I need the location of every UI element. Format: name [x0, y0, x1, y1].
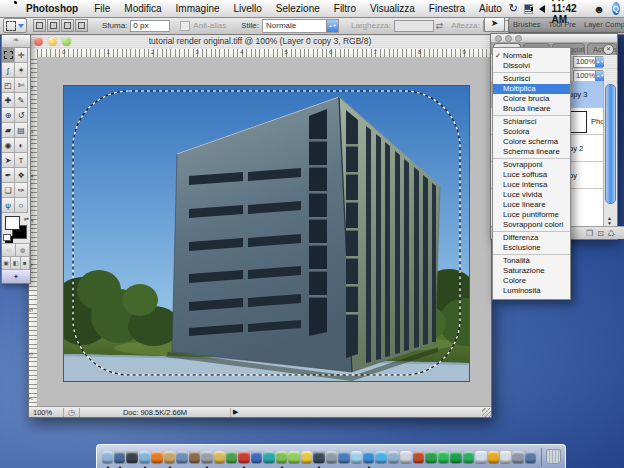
tool-history-brush[interactable]: ↺ [15, 108, 28, 123]
tool-clone-stamp[interactable]: ⊕ [2, 108, 15, 123]
dock-icon[interactable] [102, 451, 113, 463]
menu-modifica[interactable]: Modifica [117, 3, 168, 14]
zoom-level-field[interactable]: 100% [29, 408, 64, 417]
blend-mode-normale[interactable]: ✓Normale [493, 51, 570, 61]
foreground-color-swatch[interactable] [5, 216, 20, 230]
blend-mode-dissolvi[interactable]: Dissolvi [493, 61, 570, 71]
blend-mode-tonalità[interactable]: Tonalità [493, 256, 570, 266]
standard-screen-button[interactable]: ▣ [2, 257, 11, 270]
blend-mode-colore-brucia[interactable]: Colore brucia [493, 94, 570, 104]
dock-icon[interactable] [413, 451, 424, 463]
tool-rectangular-marquee[interactable] [2, 48, 15, 63]
doc-size-readout[interactable]: Doc: 908.5K/2.66M [79, 408, 231, 417]
tool-gradient[interactable]: ▤ [15, 123, 28, 138]
dock-icon[interactable] [388, 451, 399, 463]
blend-mode-colore-scherma[interactable]: Colore scherma [493, 137, 570, 147]
jump-to-imageready-button[interactable]: ✦ [2, 270, 30, 283]
dock-icon[interactable] [238, 451, 249, 463]
dock-icon[interactable] [363, 451, 374, 463]
tool-type[interactable]: T [15, 153, 28, 168]
menu-file[interactable]: File [87, 3, 117, 14]
palette-close-icon[interactable]: ✕ [603, 44, 614, 55]
fullscreen-button[interactable]: ■ [21, 257, 30, 270]
status-menu-arrow-icon[interactable]: ▶ [233, 408, 238, 416]
tool-eyedropper[interactable]: ✑ [15, 183, 28, 198]
blend-mode-luce-vivida[interactable]: Luce vivida [493, 190, 570, 200]
feather-input[interactable]: 0 px [130, 20, 170, 32]
help-sphere-icon[interactable]: Q [612, 2, 620, 15]
swap-dimensions-icon[interactable]: ⇄ [436, 21, 444, 31]
tool-path-selection[interactable]: ➤ [2, 153, 15, 168]
dock-icon[interactable] [301, 451, 312, 463]
dock-icon[interactable] [512, 451, 523, 463]
dock-icon[interactable] [276, 451, 287, 463]
tool-notes[interactable]: ❏ [2, 183, 15, 198]
blend-mode-scolora[interactable]: Scolora [493, 127, 570, 137]
new-selection-button[interactable] [33, 19, 46, 32]
dock-icon[interactable] [126, 451, 137, 463]
dock-icon[interactable] [463, 451, 474, 463]
blend-mode-luce-soffusa[interactable]: Luce soffusa [493, 170, 570, 180]
blend-mode-luce-lineare[interactable]: Luce lineare [493, 200, 570, 210]
blend-mode-luminosità[interactable]: Luminosità [493, 286, 570, 296]
menu-selezione[interactable]: Selezione [269, 3, 327, 14]
dock-icon[interactable] [500, 451, 511, 463]
sync-icon[interactable]: ↻ [509, 2, 518, 15]
tool-zoom[interactable]: ○ [15, 198, 28, 213]
quick-mask-mode-button[interactable]: ◍ [16, 244, 30, 257]
render-image[interactable] [63, 85, 470, 382]
dock-icon[interactable] [288, 451, 299, 463]
tool-brush[interactable]: ✎ [15, 93, 28, 108]
dock-icon[interactable] [176, 451, 187, 463]
blend-mode-schiarisci[interactable]: Schiarisci [493, 117, 570, 127]
tool-eraser[interactable]: ▰ [2, 123, 15, 138]
new-layer-icon[interactable]: ⊡ [597, 229, 604, 238]
dock-icon[interactable] [375, 451, 386, 463]
dock-icon[interactable] [425, 451, 436, 463]
dock-icon[interactable] [214, 451, 225, 463]
menu-visualizza[interactable]: Visualizza [363, 3, 422, 14]
dock-icon[interactable] [438, 451, 449, 463]
dock-icon[interactable] [338, 451, 349, 463]
dock-icon[interactable] [313, 451, 324, 463]
tool-magic-wand[interactable]: ✶ [15, 63, 28, 78]
menu-photoshop[interactable]: Photoshop [19, 3, 87, 14]
layers-scrollbar[interactable]: ▲▼ [603, 81, 616, 227]
blend-mode-sovrapponi[interactable]: Sovrapponi [493, 160, 570, 170]
style-select[interactable]: Normale ▲▼ [262, 19, 339, 33]
menu-finestra[interactable]: Finestra [422, 3, 472, 14]
tool-hand[interactable]: ψ [2, 198, 15, 213]
blend-mode-moltiplica[interactable]: Moltiplica [493, 84, 570, 94]
dock-icon[interactable] [263, 451, 274, 463]
tool-shape[interactable]: ❖ [15, 168, 28, 183]
opacity-value[interactable]: 100% ▲▼ [573, 56, 603, 68]
tool-dodge[interactable]: ◐ [15, 138, 28, 153]
blend-mode-luce-puntiforme[interactable]: Luce puntiforme [493, 210, 570, 220]
scrollbar-thumb[interactable] [605, 84, 616, 204]
menu-immagine[interactable]: Immagine [169, 3, 227, 14]
fill-value[interactable]: 100% ▲▼ [573, 70, 603, 82]
dock-icon[interactable] [164, 451, 175, 463]
menu-aiuto[interactable]: Aiuto [472, 3, 509, 14]
dock-icon[interactable] [189, 451, 200, 463]
blend-mode-scurisci[interactable]: Scurisci [493, 74, 570, 84]
dock-icon[interactable] [450, 451, 461, 463]
intersect-selection-button[interactable] [75, 19, 88, 32]
user-switch-icon[interactable]: ☻ [593, 3, 605, 15]
toolbox-drag-header[interactable]: ❧ [2, 35, 30, 48]
dock-icon[interactable] [525, 451, 536, 463]
palette-title-bar[interactable] [491, 34, 617, 42]
menu-clock[interactable]: Fri 11:42 AM [552, 0, 587, 25]
dock-icon[interactable] [351, 451, 362, 463]
dock-icon[interactable] [226, 451, 237, 463]
scrollbar-arrows-icon[interactable]: ▲▼ [604, 216, 615, 226]
tool-preset-picker[interactable] [3, 18, 27, 33]
menu-filtro[interactable]: Filtro [327, 3, 363, 14]
dock-icon[interactable] [201, 451, 212, 463]
tool-pen[interactable]: ✒ [2, 168, 15, 183]
dock-icon[interactable] [251, 451, 262, 463]
antialias-checkbox[interactable] [180, 21, 190, 31]
tool-blur[interactable]: ◉ [2, 138, 15, 153]
document-title-bar[interactable]: tutorial render original.tiff @ 100% (La… [29, 33, 491, 50]
volume-icon[interactable] [539, 5, 545, 13]
